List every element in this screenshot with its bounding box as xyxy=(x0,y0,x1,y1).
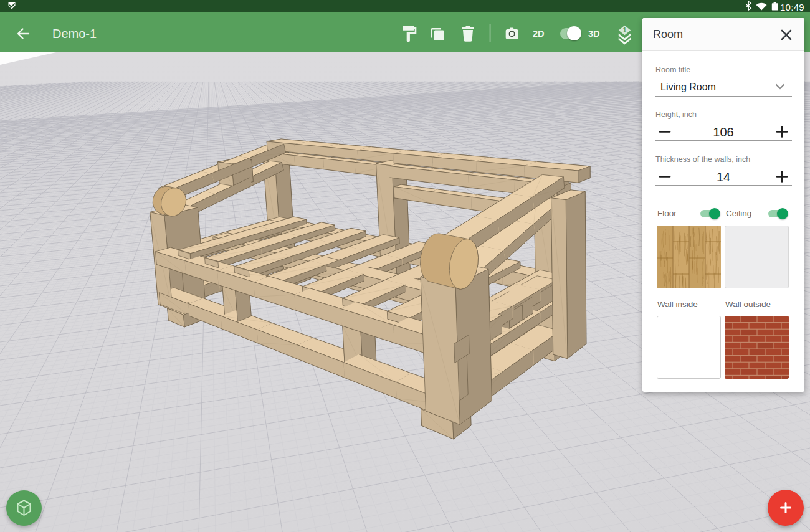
svg-text:1: 1 xyxy=(623,27,627,34)
